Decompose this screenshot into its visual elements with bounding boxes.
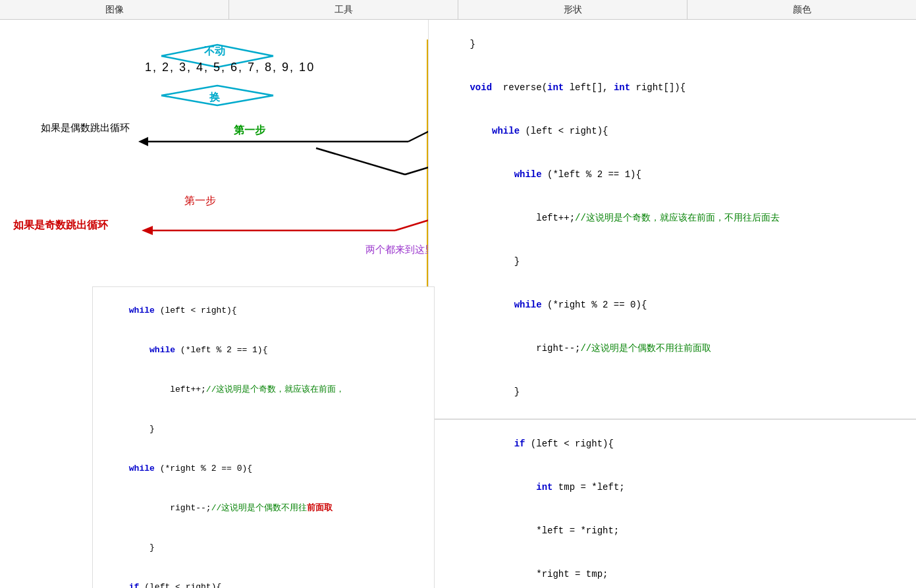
- nav-tools[interactable]: 工具: [229, 0, 458, 19]
- svg-marker-1: [138, 137, 148, 146]
- code-block-right: } void reverse(int left[], int right[]){…: [429, 20, 916, 419]
- even-jump-label: 如果是偶数跳出循环: [41, 122, 130, 134]
- step1-black-label: 第一步: [234, 124, 265, 138]
- top-navigation: 图像 工具 形状 颜色: [0, 0, 916, 20]
- swap-label: 换: [209, 91, 220, 105]
- odd-jump-label: 如果是奇数跳出循环: [13, 219, 108, 232]
- both-here-label: 两个都来到这里: [365, 244, 435, 256]
- step1-red-label: 第一步: [184, 194, 216, 208]
- main-area: 不动 1, 2, 3, 4, 5, 6, 7, 8, 9, 10 换 如果是偶数…: [0, 20, 916, 588]
- nav-image[interactable]: 图像: [0, 0, 229, 19]
- svg-line-4: [316, 148, 405, 174]
- nav-colors[interactable]: 颜色: [687, 0, 916, 19]
- no-move-label: 不动: [204, 45, 225, 59]
- nav-shapes[interactable]: 形状: [458, 0, 687, 19]
- svg-marker-8: [142, 226, 153, 235]
- numbers-row: 1, 2, 3, 4, 5, 6, 7, 8, 9, 10: [145, 61, 315, 74]
- bottom-left-code: while (left < right){ while (*left % 2 =…: [92, 286, 435, 588]
- right-code-panel: } void reverse(int left[], int right[]){…: [428, 20, 916, 588]
- code-block-right-lower: if (left < right){ int tmp = *left; *lef…: [429, 419, 916, 588]
